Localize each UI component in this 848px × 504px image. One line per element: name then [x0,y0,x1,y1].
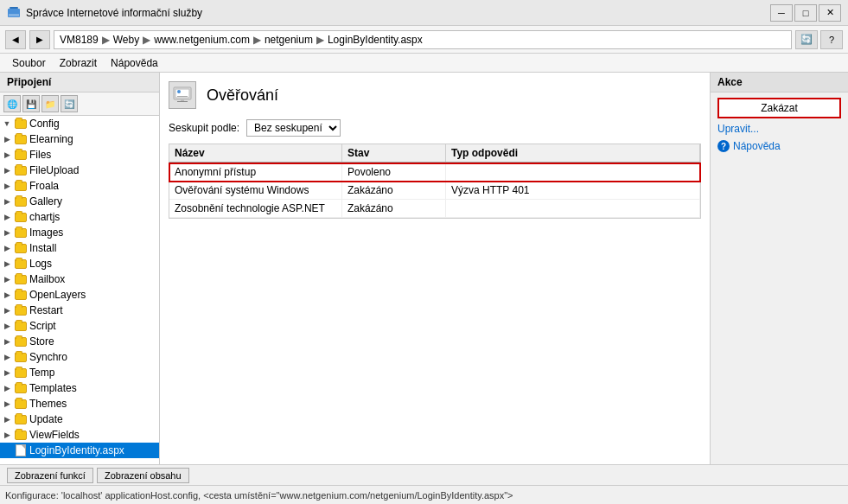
folder-icon-templates [14,382,28,394]
maximize-button[interactable]: □ [794,4,817,22]
status-text: Konfigurace: 'localhost' applicationHost… [5,490,513,501]
right-panel: Akce Zakázat Upravit... ? Nápověda [710,73,848,464]
folder-icon-mailbox [14,273,28,285]
cell-name-0: Anonymní přístup [169,163,342,181]
address-item: netgenium [265,34,313,46]
status-bar: Konfigurace: 'localhost' applicationHost… [0,485,848,504]
menu-napoveda[interactable]: Nápověda [104,55,165,71]
forward-button[interactable]: ▶ [29,30,50,49]
tree-item-images[interactable]: ▶ Images [0,225,159,240]
folder-icon-froala [14,180,28,192]
tree-item-chartjs[interactable]: ▶ chartjs [0,209,159,225]
tree-item-restart[interactable]: ▶ Restart [0,303,159,318]
tree-item-fileupload[interactable]: ▶ FileUpload [0,163,159,178]
cell-typ-2 [446,200,700,217]
folder-icon-synchro [14,351,28,363]
tree-item-mailbox[interactable]: ▶ Mailbox [0,271,159,287]
folder-icon-restart [14,304,28,316]
address-item: Weby [113,34,139,46]
zobrazeni-obsahu-button[interactable]: Zobrazení obsahu [97,468,189,483]
folder-icon-fileupload [14,164,28,176]
address-item: LoginByIdentity.aspx [328,34,423,46]
sidebar-folder-btn[interactable]: 📁 [41,95,59,112]
tree-item-openlayers[interactable]: ▶ OpenLayers [0,287,159,303]
address-bar: ◀ ▶ VM8189 ▶ Weby ▶ www.netgenium.com ▶ … [0,26,848,54]
folder-icon-chartjs [14,211,28,223]
right-panel-header: Akce [711,73,848,93]
upravit-link[interactable]: Upravit... [711,120,848,137]
tree-item-synchro[interactable]: ▶ Synchro [0,349,159,365]
tree-item-templates[interactable]: ▶ Templates [0,380,159,396]
content-title-icon [169,81,196,109]
col-name: Název [169,144,342,162]
refresh-button[interactable]: 🔄 [795,30,818,49]
sidebar-refresh-btn[interactable]: 🔄 [61,95,78,112]
tree-item-viewfields[interactable]: ▶ ViewFields [0,427,159,443]
tree-item-files[interactable]: ▶ Files [0,147,159,163]
folder-icon-script [14,320,28,332]
sidebar-save-btn[interactable]: 💾 [22,95,40,112]
tree-item-temp[interactable]: ▶ Temp [0,365,159,380]
group-by-select[interactable]: Bez seskupení [246,119,341,137]
folder-icon-images [14,226,28,239]
napoveda-label: Nápověda [733,140,781,152]
cell-stav-2: Zakázáno [342,200,446,217]
title-bar-left: Správce Internetové informační služby [7,6,202,20]
tree-item-themes[interactable]: ▶ Themes [0,396,159,411]
table-row-anonymni[interactable]: Anonymní přístup Povoleno [169,163,700,182]
tree-item-script[interactable]: ▶ Script [0,318,159,334]
tree-item-froala[interactable]: ▶ Froala [0,178,159,194]
sidebar: Připojení 🌐 💾 📁 🔄 ▼ Config ▶ Elearning [0,73,160,464]
folder-icon-files [14,149,28,161]
cell-name-2: Zosobnění technologie ASP.NET [169,200,342,217]
back-button[interactable]: ◀ [5,30,26,49]
table-row-windows[interactable]: Ověřování systému Windows Zakázáno Výzva… [169,182,700,200]
tree-item-install[interactable]: ▶ Install [0,240,159,256]
cell-stav-0: Povoleno [342,163,446,181]
expander-root: ▼ [0,117,14,131]
data-table: Název Stav Typ odpovědi Anonymní přístup… [169,144,701,219]
zobrazeni-funkci-button[interactable]: Zobrazení funkcí [7,468,93,483]
menu-zobrazit[interactable]: Zobrazit [53,55,104,71]
folder-icon-update [14,413,28,425]
window-title: Správce Internetové informační služby [26,7,202,19]
sidebar-scroll: ▼ Config ▶ Elearning ▶ Files ▶ F [0,116,159,464]
folder-icon-store [14,335,28,348]
menu-soubor[interactable]: Soubor [5,55,53,71]
folder-icon-install [14,242,28,254]
group-by-label: Seskupit podle: [169,122,239,134]
folder-icon-logs [14,258,28,270]
sidebar-globe-btn[interactable]: 🌐 [3,95,21,112]
tree-item-logs[interactable]: ▶ Logs [0,256,159,271]
content-area: Ověřování Seskupit podle: Bez seskupení … [160,73,710,464]
col-stav: Stav [342,144,446,162]
app-icon [7,6,21,20]
tree-item-update[interactable]: ▶ Update [0,411,159,427]
cell-typ-0 [446,163,700,181]
svg-rect-7 [181,99,184,101]
table-row-aspnet[interactable]: Zosobnění technologie ASP.NET Zakázáno [169,200,700,218]
sidebar-header: Připojení [0,73,159,93]
tree-item-gallery[interactable]: ▶ Gallery [0,194,159,209]
content-title: Ověřování [207,86,278,105]
svg-point-5 [177,90,181,93]
col-typ: Typ odpovědi [446,144,700,162]
address-path[interactable]: VM8189 ▶ Weby ▶ www.netgenium.com ▶ netg… [54,30,792,49]
tree-item-store[interactable]: ▶ Store [0,334,159,349]
napoveda-link[interactable]: ? Nápověda [711,137,848,155]
title-bar: Správce Internetové informační služby ─ … [0,0,848,26]
window-controls[interactable]: ─ □ ✕ [770,4,841,22]
zakazat-button[interactable]: Zakázat [717,98,841,118]
tree-item-root[interactable]: ▼ Config [0,116,159,131]
tree-item-elearning[interactable]: ▶ Elearning [0,131,159,147]
tree-item-loginbyidentity[interactable]: LoginByIdentity.aspx [0,443,159,458]
folder-icon-themes [14,398,28,410]
bottom-toolbar: Zobrazení funkcí Zobrazení obsahu [0,464,848,485]
close-button[interactable]: ✕ [819,4,841,22]
help-button[interactable]: ? [820,30,843,49]
minimize-button[interactable]: ─ [770,4,793,22]
address-right-buttons: 🔄 ? [795,30,843,49]
tree-container[interactable]: ▼ Config ▶ Elearning ▶ Files ▶ F [0,116,159,464]
cell-stav-1: Zakázáno [342,182,446,199]
address-item: www.netgenium.com [154,34,250,46]
